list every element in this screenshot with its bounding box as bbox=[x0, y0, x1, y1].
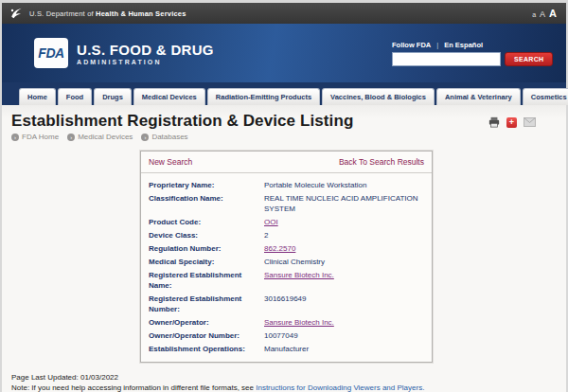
tab-vaccines-blood-biologics[interactable]: Vaccines, Blood & Biologics bbox=[322, 88, 435, 105]
search-input[interactable] bbox=[392, 52, 501, 66]
note-text: Note: If you need help accessing informa… bbox=[11, 383, 256, 392]
field-label: Device Class: bbox=[149, 230, 264, 241]
en-espanol-link[interactable]: En Español bbox=[444, 41, 483, 49]
breadcrumb-label: FDA Home bbox=[22, 133, 59, 141]
page-action-icons: + bbox=[488, 116, 536, 128]
results-box-header: New Search Back To Search Results bbox=[141, 151, 432, 173]
fda-title-line2: ADMINISTRATION bbox=[77, 59, 214, 65]
field-label: Owner/Operator Number: bbox=[149, 330, 264, 341]
field-value: Manufacturer bbox=[264, 344, 309, 354]
field-label: Medical Specialty: bbox=[149, 257, 264, 267]
text-size-large-button[interactable]: A bbox=[549, 8, 557, 19]
table-row: Proprietary Name:Portable Molecule Works… bbox=[149, 178, 424, 191]
table-row: Regulation Number:862.2570 bbox=[149, 241, 424, 255]
field-value: Portable Molecule Workstation bbox=[264, 180, 366, 190]
downloading-viewers-link[interactable]: Instructions for Downloading Viewers and… bbox=[256, 383, 424, 392]
breadcrumb-item[interactable]: ›FDA Home bbox=[11, 133, 59, 141]
field-label: Product Code: bbox=[149, 217, 264, 227]
breadcrumb-label: Medical Devices bbox=[78, 133, 133, 141]
breadcrumb-item[interactable]: ›Medical Devices bbox=[67, 133, 133, 141]
table-row: Classification Name:REAL TIME NUCLEIC AC… bbox=[149, 191, 424, 215]
screen: U.S. Department of Health & Human Servic… bbox=[0, 0, 568, 392]
field-value-link[interactable]: Sansure Biotech Inc. bbox=[264, 318, 334, 327]
text-size-controls: a A A bbox=[532, 8, 557, 19]
fda-title-line1: U.S. FOOD & DRUG bbox=[77, 42, 214, 58]
device-detail-table: Proprietary Name:Portable Molecule Works… bbox=[141, 173, 432, 362]
text-size-small-button[interactable]: a bbox=[532, 11, 536, 18]
tab-animal-veterinary[interactable]: Animal & Veterinary bbox=[436, 88, 521, 105]
field-value: Sansure Biotech Inc. bbox=[264, 270, 334, 291]
new-search-link[interactable]: New Search bbox=[149, 157, 192, 167]
tab-cosmetics[interactable]: Cosmetics bbox=[523, 88, 568, 105]
tab-food[interactable]: Food bbox=[58, 88, 92, 105]
hhs-department-label[interactable]: U.S. Department of Health & Human Servic… bbox=[29, 9, 186, 18]
page-title: Establishment Registration & Device List… bbox=[11, 112, 557, 131]
table-row: Registered Establishment Number:30166196… bbox=[149, 292, 424, 315]
share-icon[interactable]: + bbox=[506, 117, 517, 128]
search-row: SEARCH bbox=[392, 52, 553, 66]
field-value: 2 bbox=[264, 230, 268, 241]
field-value: 862.2570 bbox=[264, 243, 295, 254]
tab-radiation-emitting-products[interactable]: Radiation-Emitting Products bbox=[207, 88, 320, 105]
breadcrumb-label: Databases bbox=[151, 133, 187, 141]
fda-page: U.S. Department of Health & Human Servic… bbox=[2, 3, 566, 392]
print-icon[interactable] bbox=[488, 116, 500, 128]
table-row: Registered Establishment Name:Sansure Bi… bbox=[149, 268, 424, 292]
field-value-link[interactable]: 862.2570 bbox=[264, 244, 295, 253]
table-row: Medical Specialty:Clinical Chemistry bbox=[149, 255, 424, 268]
tab-medical-devices[interactable]: Medical Devices bbox=[133, 88, 205, 105]
field-value: Sansure Biotech Inc. bbox=[264, 317, 334, 328]
field-label: Regulation Number: bbox=[149, 243, 264, 254]
field-value: 10077049 bbox=[264, 330, 298, 341]
table-row: Owner/Operator:Sansure Biotech Inc. bbox=[149, 315, 424, 329]
fda-header: FDA U.S. FOOD & DRUG ADMINISTRATION Foll… bbox=[2, 24, 566, 82]
main-content: Establishment Registration & Device List… bbox=[2, 105, 566, 392]
breadcrumb: ›FDA Home›Medical Devices›Databases bbox=[11, 133, 557, 141]
field-label: Registered Establishment Name: bbox=[149, 270, 264, 291]
page-last-updated: Page Last Updated: 01/03/2022 bbox=[11, 373, 557, 383]
breadcrumb-item[interactable]: ›Databases bbox=[141, 133, 187, 141]
tab-drugs[interactable]: Drugs bbox=[94, 88, 132, 105]
field-label: Registered Establishment Number: bbox=[149, 294, 264, 314]
field-value: REAL TIME NUCLEIC ACID AMPLIFICATION SYS… bbox=[264, 193, 424, 214]
product-tab-bar: HomeFoodDrugsMedical DevicesRadiation-Em… bbox=[2, 82, 566, 105]
device-listing-box: New Search Back To Search Results Propri… bbox=[140, 151, 433, 363]
field-value: 3016619649 bbox=[264, 294, 307, 314]
header-right: Follow FDA | En Español SEARCH bbox=[392, 41, 553, 66]
fda-header-title: U.S. FOOD & DRUG ADMINISTRATION bbox=[77, 42, 214, 65]
field-value: OOI bbox=[264, 217, 278, 227]
field-label: Classification Name: bbox=[149, 193, 264, 214]
breadcrumb-bullet-icon: › bbox=[141, 134, 149, 141]
field-label: Owner/Operator: bbox=[149, 317, 264, 328]
breadcrumb-bullet-icon: › bbox=[11, 134, 19, 141]
breadcrumb-bullet-icon: › bbox=[67, 134, 75, 141]
header-link-separator: | bbox=[436, 41, 438, 49]
back-to-search-results-link[interactable]: Back To Search Results bbox=[339, 157, 424, 167]
table-row: Product Code:OOI bbox=[149, 215, 424, 228]
search-button[interactable]: SEARCH bbox=[505, 52, 553, 66]
hhs-top-bar: U.S. Department of Health & Human Servic… bbox=[2, 3, 566, 24]
follow-fda-link[interactable]: Follow FDA bbox=[392, 41, 431, 49]
hhs-eagle-icon bbox=[9, 7, 24, 20]
email-icon[interactable] bbox=[524, 117, 536, 127]
table-row: Establishment Operations:Manufacturer bbox=[149, 342, 424, 355]
field-label: Establishment Operations: bbox=[149, 344, 264, 354]
table-row: Owner/Operator Number:10077049 bbox=[149, 329, 424, 342]
fda-logo[interactable]: FDA bbox=[34, 38, 68, 68]
header-links: Follow FDA | En Español bbox=[392, 41, 483, 49]
field-value-link[interactable]: OOI bbox=[264, 218, 278, 226]
field-value-link[interactable]: Sansure Biotech Inc. bbox=[264, 271, 334, 279]
table-row: Device Class:2 bbox=[149, 228, 424, 241]
text-size-medium-button[interactable]: A bbox=[540, 9, 545, 19]
tab-home[interactable]: Home bbox=[19, 88, 56, 105]
field-label: Proprietary Name: bbox=[149, 180, 264, 190]
field-value: Clinical Chemistry bbox=[264, 257, 325, 267]
file-formats-note: Note: If you need help accessing informa… bbox=[11, 383, 557, 392]
